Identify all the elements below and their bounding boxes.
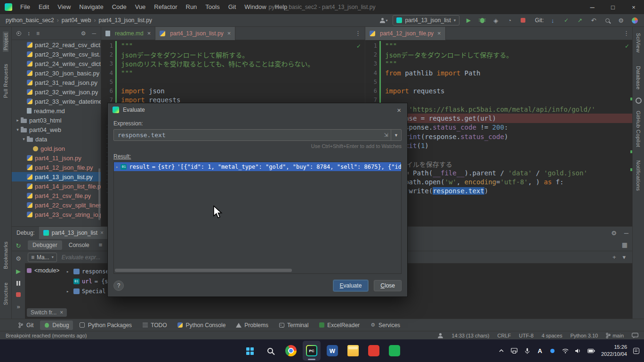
run-config-combo[interactable]: part4_13_json_list ▾ (393, 15, 459, 25)
gutter-line-number[interactable]: 6 (365, 88, 379, 94)
tool-button-git[interactable]: Git (14, 321, 37, 330)
close-button[interactable]: Close (374, 280, 402, 291)
tree-scrollbar[interactable] (98, 168, 100, 220)
tree-item[interactable]: part2_31_read_json.py (12, 78, 101, 87)
panel-gear-icon[interactable]: ⚙ (81, 31, 86, 36)
stop-icon[interactable] (16, 292, 21, 297)
profiler-button[interactable]: ◔ (505, 16, 514, 25)
frame-item[interactable]: <module> (27, 267, 59, 274)
tree-item[interactable]: part2_32_write_json.py (12, 87, 101, 97)
tool-button-terminal[interactable]: >_Terminal (275, 321, 312, 330)
tree-item[interactable]: part2_22_read_csv_dict. (12, 40, 101, 49)
run-button[interactable]: ▶ (464, 16, 473, 25)
horizontal-scrollbar[interactable] (115, 269, 400, 272)
debug-menu-icon[interactable]: ≡ (96, 241, 105, 248)
status-item[interactable]: Python 3.10 (570, 333, 598, 338)
tool-button-problems[interactable]: Problems (232, 321, 272, 330)
taskbar-pycharm-icon[interactable]: PC (303, 341, 321, 361)
tree-item[interactable]: part4_12_json_file.py (12, 163, 101, 172)
debug-gear-icon[interactable]: ⚙ (16, 255, 21, 262)
git-update-button[interactable]: ↓ (548, 16, 557, 25)
user-icon[interactable]: ▾ (379, 16, 388, 25)
gutter-line-number[interactable]: 2 (101, 51, 115, 58)
gutter-line-number[interactable]: 3 (365, 60, 379, 67)
tree-item[interactable]: part4_23_csv_string_io.p (12, 210, 101, 219)
git-branch[interactable]: main (606, 333, 624, 338)
stripe-button-github-copilot[interactable]: GitHub Copilot (636, 109, 641, 148)
stripe-button-sciview[interactable]: SciView (636, 32, 641, 54)
scrollbar-thumb[interactable] (115, 269, 292, 272)
editor-tab[interactable]: part4_13_json_list.py× (155, 27, 235, 40)
tree-item[interactable]: part4_11_json.py (12, 153, 101, 163)
debug-settings-gear-icon[interactable]: ⚙ (611, 230, 617, 237)
menu-item-refactor[interactable]: Refactor (150, 0, 181, 14)
close-icon[interactable]: × (60, 309, 63, 316)
rerun-icon[interactable]: ↻ (16, 243, 21, 249)
tree-item[interactable]: part2_33_write_datetime (12, 97, 101, 106)
taskbar-green-app-icon[interactable] (386, 341, 403, 361)
tree-item[interactable]: part4_14_json_list_file.p (12, 181, 101, 191)
settings-button[interactable]: ⚙ (616, 16, 626, 25)
tab-close-icon[interactable]: × (227, 30, 231, 37)
minimize-button[interactable]: ─ (582, 0, 603, 14)
onedrive-icon[interactable] (549, 349, 556, 353)
menu-item-window[interactable]: Window (240, 0, 270, 14)
tree-item[interactable]: ▸part03_html (12, 115, 101, 125)
git-push-button[interactable]: ↗ (575, 16, 585, 25)
tree-item[interactable]: part2_23_write_csv_list.p (12, 49, 101, 59)
tree-item[interactable]: part2_24_write_csv_dict (12, 59, 101, 68)
more-icon[interactable]: » (16, 304, 20, 310)
tree-chevron-icon[interactable]: ▾ (21, 137, 27, 141)
tree-item[interactable]: ▾data (12, 134, 101, 144)
menu-item-view[interactable]: View (53, 0, 75, 14)
gutter-line-number[interactable]: 6 (101, 88, 115, 94)
debug-button[interactable] (477, 16, 487, 25)
tree-chevron-icon[interactable]: ▾ (15, 127, 21, 132)
breadcrumb-item[interactable]: python_basic_sec2 (5, 17, 55, 24)
menu-item-vue[interactable]: Vue (131, 0, 150, 14)
taskbar-red-app-icon[interactable] (365, 341, 383, 361)
debug-session-tab[interactable]: part4_13_json_list × (39, 227, 108, 239)
editor-tab[interactable]: readme.md× (101, 27, 155, 40)
layout-icon[interactable]: ▦ (622, 241, 633, 248)
debug-tab-console[interactable]: Console (64, 240, 94, 250)
debug-minimize-icon[interactable]: ─ (624, 230, 628, 237)
gutter-line-number[interactable]: 2 (365, 51, 379, 58)
git-commit-button[interactable]: ✓ (562, 16, 571, 25)
expand-chevron-icon[interactable]: ▸ (116, 165, 118, 169)
tab-close-icon[interactable]: × (437, 30, 441, 37)
expand-collapse-icon[interactable]: ↕ (27, 31, 30, 36)
user-status-icon[interactable] (437, 333, 443, 338)
tool-button-debug[interactable]: Debug (40, 321, 72, 330)
stripe-button-project[interactable]: Project (3, 32, 8, 52)
stripe-button-notifications[interactable]: Notifications (636, 159, 641, 192)
resume-icon[interactable]: ▶ (16, 268, 21, 274)
gutter-line-number[interactable]: 3 (101, 60, 115, 67)
git-rollback-button[interactable]: ↶ (589, 16, 598, 25)
sync-button[interactable] (630, 16, 639, 25)
status-item[interactable]: 14:33 (13 chars) (451, 333, 489, 338)
taskbar-search-icon[interactable] (261, 341, 279, 361)
hide-panel-icon[interactable]: ─ (92, 31, 96, 36)
menu-item-code[interactable]: Code (108, 0, 131, 14)
close-button[interactable]: × (623, 0, 644, 14)
maximize-button[interactable]: □ (603, 0, 623, 14)
tree-item[interactable]: ▾part04_web (12, 125, 101, 134)
tree-item[interactable]: part2_30_json_basic.py (12, 68, 101, 78)
cast-icon[interactable] (511, 348, 518, 354)
feedback-bubble-icon[interactable] (632, 333, 638, 338)
taskbar-clock[interactable]: 15:26 2022/10/04 (601, 344, 627, 358)
tool-button-python-packages[interactable]: Python Packages (76, 321, 136, 330)
breadcrumb-item[interactable]: part04_web (61, 17, 92, 24)
menu-item-navigate[interactable]: Navigate (75, 0, 107, 14)
stop-button[interactable] (518, 16, 528, 25)
github-copilot-icon[interactable] (636, 98, 642, 104)
search-button[interactable] (603, 16, 612, 25)
gutter-line-number[interactable]: 4 (365, 70, 379, 76)
menu-item-tools[interactable]: Tools (201, 0, 224, 14)
expand-chevron-icon[interactable]: ▸ (66, 269, 71, 274)
stripe-button-pull-requests[interactable]: Pull Requests (3, 62, 8, 99)
taskbar-chrome-icon[interactable] (282, 341, 300, 361)
taskbar-explorer-icon[interactable] (344, 341, 362, 361)
expression-history-dropdown[interactable]: ▼ (391, 130, 401, 140)
